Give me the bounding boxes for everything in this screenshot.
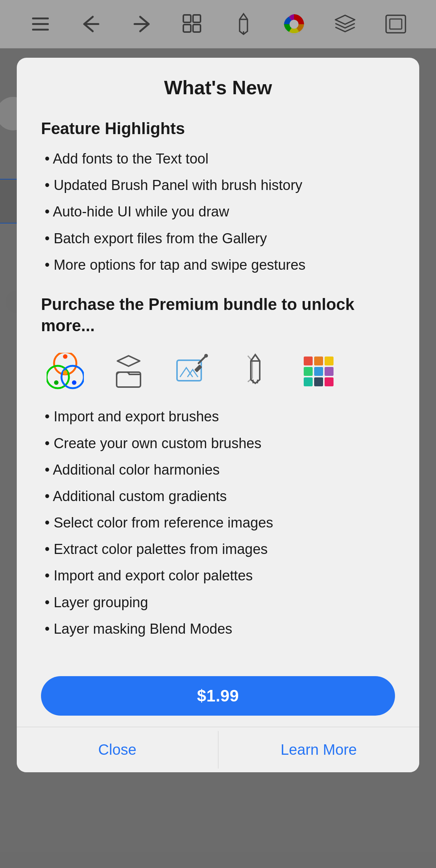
layer-folder-icon: [108, 351, 149, 392]
list-item: Import and export brushes: [41, 407, 395, 427]
list-item: Import and export color palettes: [41, 566, 395, 586]
premium-features-list: Import and export brushes Create your ow…: [41, 407, 395, 639]
learn-more-button[interactable]: Learn More: [218, 727, 420, 772]
color-harmony-icon: [45, 351, 86, 392]
svg-marker-20: [117, 356, 140, 366]
svg-rect-28: [325, 357, 334, 365]
list-item: Auto-hide UI while you draw: [41, 202, 395, 222]
purchase-btn-container: $1.99: [17, 669, 419, 727]
svg-rect-34: [325, 377, 334, 386]
svg-rect-32: [304, 377, 313, 386]
svg-point-19: [72, 380, 76, 385]
feature-highlights-list: Add fonts to the Text tool Updated Brush…: [41, 149, 395, 275]
list-item: Select color from reference images: [41, 513, 395, 533]
svg-rect-31: [325, 367, 334, 376]
list-item: More options for tap and swipe gestures: [41, 255, 395, 275]
premium-icons-row: [41, 351, 395, 392]
svg-point-18: [54, 380, 59, 385]
color-palette-icon: [298, 351, 339, 392]
svg-point-15: [61, 366, 84, 388]
purchase-button[interactable]: $1.99: [41, 676, 395, 716]
svg-rect-27: [314, 357, 323, 365]
svg-rect-30: [314, 367, 323, 376]
feature-highlights-title: Feature Highlights: [41, 119, 395, 138]
list-item: Additional custom gradients: [41, 487, 395, 506]
list-item: Layer grouping: [41, 593, 395, 612]
svg-point-24: [204, 354, 208, 358]
svg-rect-26: [304, 357, 313, 365]
list-item: Additional color harmonies: [41, 460, 395, 480]
custom-brush-icon: [235, 351, 276, 392]
premium-section-title: Purchase the Premium bundle to unlock mo…: [41, 294, 395, 336]
svg-rect-29: [304, 367, 313, 376]
list-item: Add fonts to the Text tool: [41, 149, 395, 169]
list-item: Create your own custom brushes: [41, 434, 395, 453]
whats-new-modal: What's New Feature Highlights Add fonts …: [17, 58, 419, 772]
svg-point-16: [63, 370, 67, 375]
close-button[interactable]: Close: [17, 727, 218, 772]
list-item: Batch export files from the Gallery: [41, 229, 395, 248]
modal-scrollable-content: What's New Feature Highlights Add fonts …: [17, 58, 419, 669]
modal-overlay: What's New Feature Highlights Add fonts …: [0, 0, 436, 868]
svg-point-17: [63, 354, 67, 359]
modal-footer: Close Learn More: [17, 727, 419, 772]
list-item: Extract color palettes from images: [41, 539, 395, 559]
reference-image-icon: [171, 351, 212, 392]
svg-rect-33: [314, 377, 323, 386]
list-item: Layer masking Blend Modes: [41, 619, 395, 639]
list-item: Updated Brush Panel with brush history: [41, 175, 395, 195]
modal-title: What's New: [41, 76, 395, 99]
